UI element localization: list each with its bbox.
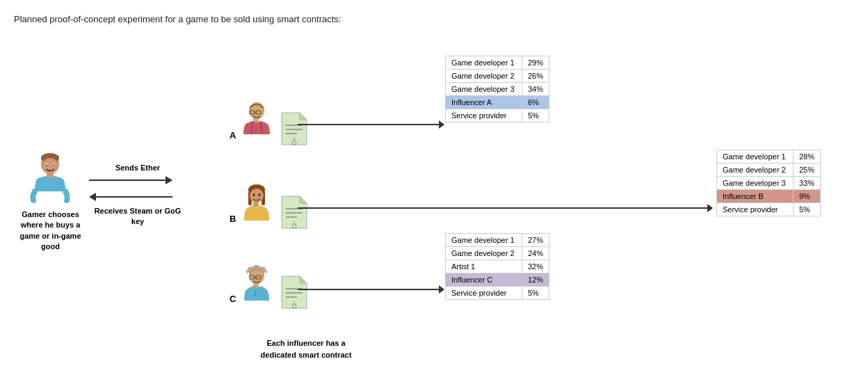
table-row-party: Game developer 1 <box>717 150 794 164</box>
contract-c-icon <box>280 275 308 310</box>
table-row-pct: 5% <box>794 203 821 216</box>
table-row-party: Service provider <box>446 287 522 300</box>
table-row-party: Service provider <box>446 109 522 122</box>
table-row-pct: 12% <box>522 273 549 287</box>
page-title: Planned proof-of-concept experiment for … <box>14 14 854 24</box>
table-row-party: Game developer 3 <box>717 177 794 190</box>
svg-rect-28 <box>253 202 259 207</box>
table-row-party: Artist 1 <box>446 260 522 273</box>
influencer-a-block: A <box>230 101 308 146</box>
influencer-b-icon <box>239 184 275 230</box>
table-row-pct: 5% <box>522 109 549 122</box>
receives-key-arrow <box>89 191 172 202</box>
svg-point-26 <box>253 193 255 196</box>
arrow-a-to-table <box>298 124 444 125</box>
sends-ether-arrow <box>89 175 172 186</box>
table-row-party: Game developer 2 <box>446 70 522 83</box>
gamer-section: Gamer chooses where he buys a game or in… <box>14 153 87 253</box>
main-container: Planned proof-of-concept experiment for … <box>0 0 868 366</box>
contract-b-icon <box>280 195 308 230</box>
table-row-pct: 25% <box>794 164 821 177</box>
influencer-b-letter: B <box>230 214 236 224</box>
svg-point-41 <box>255 294 257 296</box>
svg-point-6 <box>53 164 54 166</box>
table-row-party: Game developer 1 <box>446 56 522 70</box>
influencer-c-icon <box>239 264 275 310</box>
table-row-pct: 29% <box>522 56 549 70</box>
content-area: Gamer chooses where he buys a game or in… <box>14 35 855 355</box>
table-row-pct: 24% <box>522 247 549 260</box>
svg-point-5 <box>46 164 47 166</box>
receives-key-label: Receives Steam or GoG key <box>89 206 186 228</box>
table-c: Game developer 127%Game developer 224%Ar… <box>445 233 549 300</box>
table-row-pct: 5% <box>522 287 549 300</box>
table-row-party: Influencer C <box>446 273 522 287</box>
gamer-icon <box>28 153 73 205</box>
influencer-c-block: C <box>230 264 308 310</box>
table-row-pct: 28% <box>794 150 821 164</box>
contract-a-icon <box>280 111 308 146</box>
table-row-party: Game developer 2 <box>446 247 522 260</box>
table-row-party: Service provider <box>717 203 794 216</box>
table-row-party: Game developer 2 <box>717 164 794 177</box>
table-row-party: Game developer 1 <box>446 234 522 247</box>
split-table-c: Game developer 127%Game developer 224%Ar… <box>445 233 549 300</box>
svg-point-9 <box>250 105 264 119</box>
table-a: Game developer 129%Game developer 226%Ga… <box>445 56 549 122</box>
table-b: Game developer 128%Game developer 225%Ga… <box>716 150 821 216</box>
svg-point-27 <box>259 193 261 196</box>
table-row-pct: 27% <box>522 234 549 247</box>
svg-point-40 <box>255 291 257 293</box>
table-row-pct: 26% <box>522 70 549 83</box>
table-row-party: Game developer 3 <box>446 83 522 96</box>
arrow-c-to-table <box>298 289 444 290</box>
table-row-pct: 34% <box>522 83 549 96</box>
table-row-pct: 33% <box>794 177 821 190</box>
sends-ether-label: Sends Ether <box>89 164 186 172</box>
table-row-party: Influencer A <box>446 96 522 109</box>
gamer-label: Gamer chooses where he buys a game or in… <box>14 209 87 253</box>
arrow-b-to-table <box>298 207 712 209</box>
table-row-pct: 9% <box>794 190 821 203</box>
influencer-caption: Each influencer has a dedicated smart co… <box>250 337 362 360</box>
split-table-a: Game developer 129%Game developer 226%Ga… <box>445 56 549 122</box>
split-table-b: Game developer 128%Game developer 225%Ga… <box>716 150 821 216</box>
table-row-party: Influencer B <box>717 190 794 203</box>
svg-point-35 <box>250 270 264 284</box>
influencer-a-letter: A <box>230 130 236 141</box>
influencer-b-block: B <box>230 184 308 230</box>
influencer-a-icon <box>239 101 275 146</box>
table-row-pct: 32% <box>522 260 549 273</box>
influencer-c-letter: C <box>230 294 236 304</box>
arrow-section: Sends Ether Receives Steam or GoG key <box>89 164 186 228</box>
table-row-pct: 6% <box>522 96 549 109</box>
